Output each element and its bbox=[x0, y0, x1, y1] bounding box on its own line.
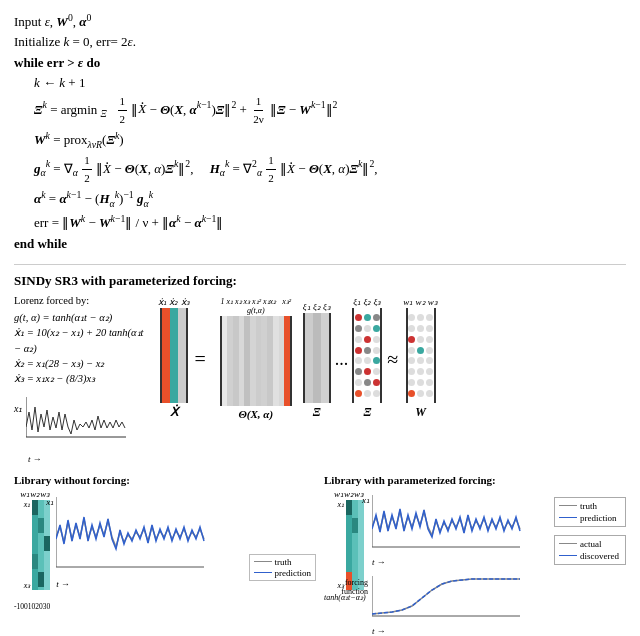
theta-name: Θ(X, α) bbox=[238, 408, 273, 420]
algo-step-xi: Ξk = argmin Ξ 12 ‖X − Θ(X, αk−1)Ξ‖2 + 12… bbox=[34, 93, 626, 128]
dot-r5c3 bbox=[373, 357, 380, 364]
dot-r4c2 bbox=[364, 347, 371, 354]
dot-r6c2 bbox=[364, 368, 371, 375]
algo-step-alpha: αk = αk−1 − (Hαk)−1 gαk bbox=[34, 187, 626, 211]
dot-r5c1 bbox=[355, 357, 362, 364]
w-label-right: w₁w₂w₃ bbox=[334, 489, 364, 499]
lorenz-forced-label: Lorenz forced by: bbox=[14, 293, 152, 308]
xi2-block: ξ₁ ξ₂ ξ₃ bbox=[352, 297, 382, 420]
legend-pred-label: prediction bbox=[275, 568, 312, 578]
wdot-r3c2 bbox=[417, 336, 424, 343]
wdot-r5c1 bbox=[408, 357, 415, 364]
dot-r2c1 bbox=[355, 325, 362, 332]
diagram-title: SINDy SR3 with parameterized forcing: bbox=[14, 273, 626, 289]
xi-visual bbox=[303, 313, 331, 403]
algo-while: while err > ε do bbox=[14, 53, 626, 73]
theta-block: 1 x₁ x₂ x₃ x₁² x₁x₂ x₃² g(t,α) bbox=[211, 297, 301, 420]
t-arrow-right: t → bbox=[372, 557, 550, 567]
y-axis-labels-left: x₁ x₃ bbox=[24, 500, 31, 590]
algo-end-while: end while bbox=[14, 234, 626, 254]
wdot-r2c3 bbox=[426, 325, 433, 332]
dot-r4c3 bbox=[373, 347, 380, 354]
lib-left-content: w₁w₂w₃ x₁ x₃ bbox=[14, 489, 316, 611]
lib-left-xaxis: -10 0 10 20 30 bbox=[14, 602, 50, 611]
svg-rect-7 bbox=[44, 536, 50, 551]
truth-pred-legend: truth prediction bbox=[554, 497, 626, 527]
wdot-r2c1 bbox=[408, 325, 415, 332]
lib-left-title: Library without forcing: bbox=[14, 474, 316, 486]
wdot-r3c3 bbox=[426, 336, 433, 343]
approx-sign: ≈ bbox=[387, 348, 398, 371]
actual-disc-legend: actual discovered bbox=[554, 535, 626, 565]
r-legend-actual-line bbox=[559, 543, 577, 545]
r-legend-truth: truth bbox=[580, 501, 597, 511]
theta-visual bbox=[220, 316, 292, 406]
svg-rect-13 bbox=[352, 500, 358, 590]
dot-r8c2 bbox=[364, 390, 371, 397]
lib-left-timeseries bbox=[56, 497, 206, 577]
lib-right-heatmap bbox=[346, 500, 364, 590]
r-legend-pred-line bbox=[559, 517, 577, 519]
lib-left-legend: truth prediction bbox=[249, 554, 317, 581]
dot-r3c1 bbox=[355, 336, 362, 343]
x1-axis-label: x₁ bbox=[14, 402, 22, 417]
dot-r5c2 bbox=[364, 357, 371, 364]
equals-sign: = bbox=[195, 348, 206, 371]
xdot-col3 bbox=[178, 308, 186, 403]
dot-r3c3 bbox=[373, 336, 380, 343]
w-block: w₁ w₂ w₃ bbox=[403, 297, 438, 420]
algo-input: Input ε, W0, α0 bbox=[14, 10, 626, 32]
dot-r2c2 bbox=[364, 325, 371, 332]
y-axis-labels-right: x₁ x₃ bbox=[337, 500, 344, 590]
x1-label-left: x₁ bbox=[46, 497, 54, 507]
lib-right-legend: truth prediction actual bbox=[554, 497, 626, 636]
lib-left-heatmap bbox=[32, 500, 50, 590]
dot-r2c3 bbox=[373, 325, 380, 332]
dot-r6c1 bbox=[355, 368, 362, 375]
w-visual bbox=[406, 308, 436, 403]
g-equation: g(t, α) = tanh(α₁t − α₂) bbox=[14, 310, 152, 325]
wdot-r6c3 bbox=[426, 368, 433, 375]
x2-equation: ẋ₂ = x₁(28 − x₃) − x₂ bbox=[14, 356, 152, 371]
xi2-col-labels: ξ₁ ξ₂ ξ₃ bbox=[353, 297, 381, 307]
r-legend-disc-line bbox=[559, 555, 577, 556]
xi2-name: Ξ bbox=[363, 405, 371, 420]
xdot-col1 bbox=[162, 308, 170, 403]
lib-right: Library with parameterized forcing: w₁w₂… bbox=[324, 474, 626, 636]
xdot-block: ẋ₁ ẋ₂ ẋ₃ Ẋ bbox=[158, 297, 190, 420]
wdot-r4c3 bbox=[426, 347, 433, 354]
dot-r1c1 bbox=[355, 314, 362, 321]
lorenz-box: Lorenz forced by: g(t, α) = tanh(α₁t − α… bbox=[14, 293, 152, 466]
wdot-r4c2 bbox=[417, 347, 424, 354]
t-arrow-forcing: t → bbox=[372, 626, 550, 636]
algo-step-k: k ← k + 1 bbox=[34, 73, 626, 93]
lib-left-plot-container: x₁ t → bbox=[56, 489, 316, 589]
wdot-r8c1 bbox=[408, 390, 415, 397]
xdot-visual bbox=[160, 308, 188, 403]
theta-col-labels: 1 x₁ x₂ x₃ x₁² x₁x₂ x₃² g(t,α) bbox=[211, 297, 301, 315]
wdot-r7c1 bbox=[408, 379, 415, 386]
dot-r3c2 bbox=[364, 336, 371, 343]
wdot-r5c3 bbox=[426, 357, 433, 364]
lib-right-forcing-container: forcingfunction t → bbox=[370, 570, 550, 636]
wdot-r5c2 bbox=[417, 357, 424, 364]
svg-rect-5 bbox=[32, 500, 38, 515]
wdot-r3c1 bbox=[408, 336, 415, 343]
r-legend-disc: discovered bbox=[580, 551, 619, 561]
wdot-r8c3 bbox=[426, 390, 433, 397]
xi-name: Ξ bbox=[313, 405, 321, 420]
x1-label-right: x₁ bbox=[362, 495, 370, 505]
xdot-name: Ẋ bbox=[170, 405, 178, 420]
dot-r8c3 bbox=[373, 390, 380, 397]
svg-rect-15 bbox=[346, 500, 352, 515]
wdot-r1c3 bbox=[426, 314, 433, 321]
dot-r1c2 bbox=[364, 314, 371, 321]
dot-r1c3 bbox=[373, 314, 380, 321]
svg-rect-8 bbox=[32, 554, 38, 569]
lib-right-plots: x₁ t → forcingfunction bbox=[370, 489, 550, 636]
wdot-r4c1 bbox=[408, 347, 415, 354]
legend-pred-line bbox=[254, 572, 272, 574]
lib-right-x1-container: x₁ t → bbox=[370, 489, 550, 567]
matrices-container: ẋ₁ ẋ₂ ẋ₃ Ẋ = 1 x₁ x₂ x₃ bbox=[158, 297, 626, 420]
algo-step-w: Wk = proxλνR(Ξk) bbox=[34, 128, 626, 152]
